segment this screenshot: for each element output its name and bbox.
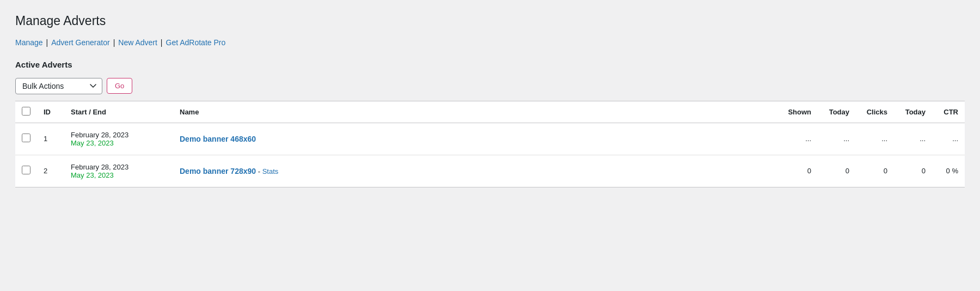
td-shown-1: ...	[774, 123, 818, 155]
td-today1-2: 0	[818, 155, 856, 187]
nav-new-advert[interactable]: New Advert	[118, 38, 157, 47]
th-ctr: CTR	[932, 101, 965, 123]
td-dates-2: February 28, 2023 May 23, 2023	[64, 155, 173, 187]
th-name: Name	[173, 101, 774, 123]
table-header: ID Start / End Name Shown Today Clicks T…	[15, 101, 965, 123]
td-name-1: Demo banner 468x60	[173, 123, 774, 155]
table-wrapper: ID Start / End Name Shown Today Clicks T…	[15, 101, 965, 187]
stats-link-2[interactable]: Stats	[262, 167, 279, 175]
bulk-actions-bar: Bulk Actions Activate Deactivate Delete …	[15, 78, 965, 94]
nav-sep-2: |	[113, 38, 115, 47]
row-checkbox-2[interactable]	[22, 166, 30, 174]
date-start-2: February 28, 2023	[71, 163, 167, 171]
row-checkbox-1[interactable]	[22, 134, 30, 142]
td-checkbox-1	[15, 123, 37, 155]
bulk-actions-select[interactable]: Bulk Actions Activate Deactivate Delete	[15, 78, 102, 94]
td-checkbox-2	[15, 155, 37, 187]
th-today2: Today	[894, 101, 932, 123]
th-checkbox	[15, 101, 37, 123]
td-name-2: Demo banner 728x90 - Stats	[173, 155, 774, 187]
th-clicks: Clicks	[856, 101, 894, 123]
td-name-sep-2: -	[258, 167, 262, 175]
nav-advert-generator[interactable]: Advert Generator	[51, 38, 109, 47]
header-checkbox[interactable]	[22, 107, 30, 116]
date-end-2: May 23, 2023	[71, 171, 167, 179]
nav-sep-3: |	[161, 38, 163, 47]
table-row-2: 2 February 28, 2023 May 23, 2023 Demo ba…	[15, 155, 965, 187]
advert-name-link-1[interactable]: Demo banner 468x60	[180, 135, 256, 143]
page-title: Manage Adverts	[15, 13, 965, 29]
td-today1-1: ...	[818, 123, 856, 155]
adverts-table: ID Start / End Name Shown Today Clicks T…	[15, 101, 965, 187]
nav-manage[interactable]: Manage	[15, 38, 43, 47]
th-today1: Today	[818, 101, 856, 123]
td-ctr-2: 0 %	[932, 155, 965, 187]
go-button[interactable]: Go	[107, 78, 132, 94]
nav-links: Manage | Advert Generator | New Advert |…	[15, 38, 965, 47]
td-today2-2: 0	[894, 155, 932, 187]
th-id: ID	[37, 101, 64, 123]
date-end-1: May 23, 2023	[71, 139, 167, 147]
th-shown: Shown	[774, 101, 818, 123]
table-body: 1 February 28, 2023 May 23, 2023 Demo ba…	[15, 123, 965, 187]
page-container: Manage Adverts Manage | Advert Generator…	[0, 0, 980, 201]
table-row: 1 February 28, 2023 May 23, 2023 Demo ba…	[15, 123, 965, 155]
td-today2-1: ...	[894, 123, 932, 155]
td-id-1: 1	[37, 123, 64, 155]
advert-name-link-2[interactable]: Demo banner 728x90	[180, 167, 256, 175]
header-row: ID Start / End Name Shown Today Clicks T…	[15, 101, 965, 123]
date-start-1: February 28, 2023	[71, 131, 167, 139]
td-shown-2: 0	[774, 155, 818, 187]
th-start-end: Start / End	[64, 101, 173, 123]
td-id-2: 2	[37, 155, 64, 187]
td-clicks-2: 0	[856, 155, 894, 187]
td-clicks-1: ...	[856, 123, 894, 155]
nav-get-adrotate-pro[interactable]: Get AdRotate Pro	[166, 38, 226, 47]
td-ctr-1: ...	[932, 123, 965, 155]
section-title: Active Adverts	[15, 60, 965, 69]
nav-sep-1: |	[46, 38, 48, 47]
td-dates-1: February 28, 2023 May 23, 2023	[64, 123, 173, 155]
